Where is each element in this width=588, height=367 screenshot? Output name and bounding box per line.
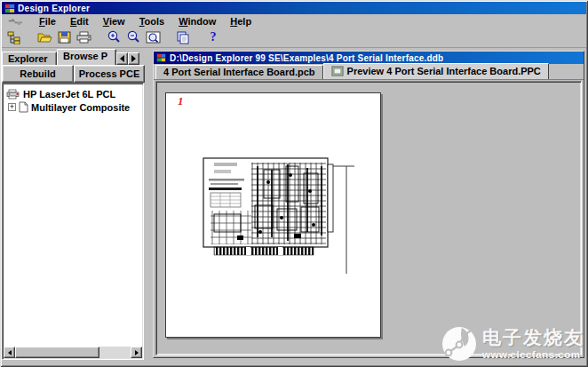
open-button[interactable] [36, 29, 53, 45]
explorer-tree-icon [7, 31, 21, 44]
zoom-in-icon [107, 30, 121, 44]
scrollbar-thumb[interactable] [15, 347, 99, 358]
tab-pcb-label: 4 Port Serial Interface Board.pcb [163, 67, 315, 77]
tab-preview-ppc[interactable]: Preview 4 Port Serial Interface Board.PP… [323, 63, 549, 79]
menu-help[interactable]: Help [223, 15, 258, 28]
printer-tree[interactable]: HP LaserJet 6L PCL + Multilayer Composit… [2, 83, 144, 360]
database-document-icon [156, 53, 166, 62]
arrow-left-icon [8, 350, 12, 355]
zoom-document-button[interactable] [144, 29, 162, 45]
tree-horizontal-scrollbar[interactable] [4, 347, 142, 358]
zoom-out-button[interactable] [124, 29, 142, 45]
menu-tools[interactable]: Tools [132, 15, 172, 28]
app-logo-icon [4, 4, 15, 13]
copy-button[interactable] [174, 29, 192, 45]
menu-window[interactable]: Window [171, 15, 223, 28]
document-titlebar[interactable]: D:\Design Explorer 99 SE\Examples\4 Port… [154, 52, 584, 64]
scroll-left-button[interactable] [4, 347, 15, 358]
tree-label-composite: Multilayer Composite [31, 102, 130, 113]
tree-row-composite[interactable]: + Multilayer Composite [6, 100, 141, 114]
left-button-row: Rebuild Process PCE [2, 65, 145, 83]
printer-icon [76, 31, 91, 44]
menu-grip-icon[interactable] [7, 17, 27, 26]
document-tab-row: 4 Port Serial Interface Board.pcb Previe… [154, 64, 584, 80]
print-preview-area[interactable]: 1 [155, 81, 582, 355]
watermark-url: www.elecfans.com [482, 349, 584, 360]
explorer-panel: Explorer Browse P Rebuild Process PCE HP… [2, 49, 145, 360]
tab-browse-pcbprint[interactable]: Browse P [57, 49, 116, 65]
left-tab-row: Explorer Browse P [2, 49, 145, 65]
document-panel: D:\Design Explorer 99 SE\Examples\4 Port… [153, 51, 584, 358]
scroll-right-button[interactable] [131, 347, 142, 358]
save-button[interactable] [55, 29, 73, 45]
copy-icon [176, 31, 190, 44]
tree-expander-plus[interactable]: + [8, 103, 16, 111]
printer-icon [6, 89, 20, 100]
arrow-left-icon [120, 55, 124, 62]
tab-scroll-right-button[interactable] [128, 52, 139, 65]
save-icon [58, 31, 71, 44]
menu-edit[interactable]: Edit [63, 15, 96, 28]
window-titlebar[interactable]: Design Explorer [2, 2, 586, 14]
document-icon [19, 101, 28, 113]
arrow-right-icon [131, 55, 136, 62]
tab-explorer[interactable]: Explorer [2, 52, 57, 65]
zoom-in-button[interactable] [105, 29, 123, 45]
scrollbar-track[interactable] [99, 347, 131, 358]
preview-page[interactable]: 1 [165, 92, 381, 338]
rebuild-button[interactable]: Rebuild [2, 65, 74, 83]
main-toolbar: ? [2, 28, 586, 48]
page-number: 1 [178, 94, 184, 108]
watermark-brand-name: 电子发烧友 [482, 328, 584, 347]
elecfans-watermark: 电子发烧友 www.elecfans.com [441, 324, 584, 363]
help-button[interactable]: ? [204, 29, 222, 45]
zoom-document-icon [146, 30, 161, 44]
tab-pcb-document[interactable]: 4 Port Serial Interface Board.pcb [155, 65, 323, 79]
help-icon: ? [211, 30, 217, 44]
elecfans-logo-icon [441, 324, 478, 363]
zoom-out-icon [126, 30, 140, 44]
document-path-title: D:\Design Explorer 99 SE\Examples\4 Port… [170, 53, 443, 63]
explorer-panel-button[interactable] [5, 29, 23, 45]
tree-label-printer: HP LaserJet 6L PCL [23, 89, 115, 100]
menu-bar: File Edit View Tools Window Help [2, 14, 586, 28]
pcb-board-drawing [202, 156, 354, 275]
arrow-right-icon [135, 350, 139, 355]
tab-preview-label: Preview 4 Port Serial Interface Board.PP… [347, 66, 541, 76]
window-title: Design Explorer [18, 4, 90, 13]
tree-row-printer[interactable]: HP LaserJet 6L PCL [6, 87, 141, 100]
open-folder-icon [37, 31, 52, 44]
print-button[interactable] [75, 29, 92, 45]
tab-scroll-left-button[interactable] [116, 52, 128, 65]
menu-file[interactable]: File [32, 15, 63, 28]
preview-page-icon [331, 66, 344, 76]
menu-view[interactable]: View [96, 15, 132, 28]
process-pcb-button[interactable]: Process PCE [74, 65, 145, 83]
